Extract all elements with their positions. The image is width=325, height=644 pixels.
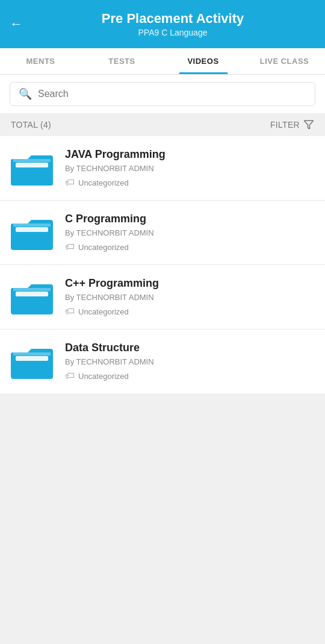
app-header: ← Pre Placement Activity PPA9 C Language bbox=[0, 0, 325, 48]
item-info: C++ Programming By TECHNORBIT ADMIN 🏷 Un… bbox=[65, 277, 314, 317]
tag-label: Uncategorized bbox=[78, 372, 129, 381]
svg-rect-6 bbox=[13, 224, 51, 227]
item-author: By TECHNORBIT ADMIN bbox=[65, 357, 314, 366]
item-tag: 🏷 Uncategorized bbox=[65, 177, 314, 188]
header-text-group: Pre Placement Activity PPA9 C Language bbox=[30, 11, 315, 37]
svg-rect-13 bbox=[16, 356, 48, 361]
item-title: JAVA Programming bbox=[65, 148, 314, 161]
item-title: Data Structure bbox=[65, 342, 314, 354]
tab-ments[interactable]: MENTS bbox=[0, 48, 81, 74]
tag-icon: 🏷 bbox=[65, 306, 75, 317]
folder-icon bbox=[11, 151, 53, 186]
folder-icon bbox=[11, 344, 53, 379]
item-info: C Programming By TECHNORBIT ADMIN 🏷 Unca… bbox=[65, 213, 314, 252]
svg-rect-4 bbox=[16, 163, 48, 167]
video-list: JAVA Programming By TECHNORBIT ADMIN 🏷 U… bbox=[0, 136, 325, 393]
svg-marker-0 bbox=[305, 120, 314, 129]
tag-label: Uncategorized bbox=[78, 178, 129, 187]
search-icon: 🔍 bbox=[19, 87, 32, 101]
svg-rect-10 bbox=[16, 292, 48, 296]
list-item[interactable]: C++ Programming By TECHNORBIT ADMIN 🏷 Un… bbox=[0, 265, 325, 330]
tab-tests[interactable]: TESTS bbox=[81, 48, 162, 74]
tab-live-class[interactable]: LIVE CLASS bbox=[244, 48, 325, 74]
item-info: JAVA Programming By TECHNORBIT ADMIN 🏷 U… bbox=[65, 148, 314, 188]
item-author: By TECHNORBIT ADMIN bbox=[65, 293, 314, 302]
tab-bar: MENTS TESTS VIDEOS LIVE CLASS bbox=[0, 48, 325, 75]
item-tag: 🏷 Uncategorized bbox=[65, 370, 314, 381]
folder-icon bbox=[11, 280, 53, 314]
back-button[interactable]: ← bbox=[10, 16, 23, 32]
item-tag: 🏷 Uncategorized bbox=[65, 306, 314, 317]
list-item[interactable]: Data Structure By TECHNORBIT ADMIN 🏷 Unc… bbox=[0, 330, 325, 393]
svg-rect-3 bbox=[13, 159, 51, 162]
svg-rect-12 bbox=[13, 352, 51, 355]
tag-icon: 🏷 bbox=[65, 370, 75, 381]
tag-label: Uncategorized bbox=[78, 307, 129, 316]
filter-label: FILTER bbox=[270, 120, 300, 130]
total-count-label: TOTAL (4) bbox=[11, 120, 51, 130]
tab-videos[interactable]: VIDEOS bbox=[162, 48, 244, 74]
page-title: Pre Placement Activity bbox=[30, 11, 315, 27]
filter-button[interactable]: FILTER bbox=[270, 119, 314, 130]
item-author: By TECHNORBIT ADMIN bbox=[65, 164, 314, 173]
item-author: By TECHNORBIT ADMIN bbox=[65, 228, 314, 237]
search-box: 🔍 bbox=[10, 82, 315, 106]
item-title: C Programming bbox=[65, 213, 314, 225]
tag-icon: 🏷 bbox=[65, 242, 75, 252]
tag-label: Uncategorized bbox=[78, 243, 129, 252]
filter-icon bbox=[303, 119, 314, 130]
folder-icon bbox=[11, 215, 53, 250]
list-item[interactable]: JAVA Programming By TECHNORBIT ADMIN 🏷 U… bbox=[0, 136, 325, 201]
page-subtitle: PPA9 C Language bbox=[30, 28, 315, 37]
svg-rect-9 bbox=[13, 288, 51, 291]
item-title: C++ Programming bbox=[65, 277, 314, 290]
search-input[interactable] bbox=[38, 89, 306, 99]
filter-bar: TOTAL (4) FILTER bbox=[0, 113, 325, 136]
tag-icon: 🏷 bbox=[65, 177, 75, 188]
list-item[interactable]: C Programming By TECHNORBIT ADMIN 🏷 Unca… bbox=[0, 201, 325, 265]
search-container: 🔍 bbox=[0, 75, 325, 113]
item-tag: 🏷 Uncategorized bbox=[65, 242, 314, 252]
svg-rect-7 bbox=[16, 227, 48, 232]
item-info: Data Structure By TECHNORBIT ADMIN 🏷 Unc… bbox=[65, 342, 314, 381]
